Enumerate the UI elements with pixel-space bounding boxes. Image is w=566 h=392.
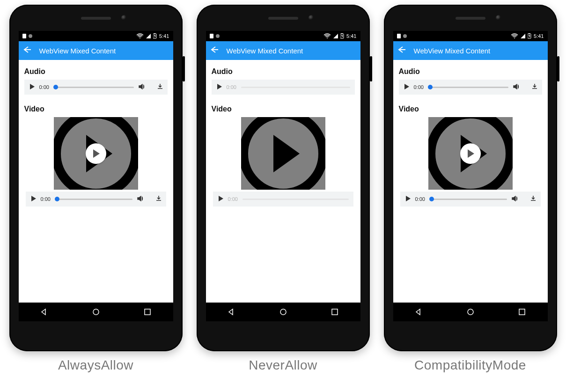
play-icon[interactable] <box>30 196 36 202</box>
download-icon <box>530 196 536 202</box>
video-thumbnail[interactable] <box>428 117 513 190</box>
audio-controls[interactable]: 0:00 <box>399 80 542 95</box>
video-heading: Video <box>212 105 355 113</box>
app-bar: WebView Mixed Content <box>393 41 548 60</box>
cell-signal-icon <box>333 34 338 38</box>
nav-back-button[interactable] <box>41 308 48 316</box>
phone-speaker <box>268 17 298 20</box>
video-play-overlay[interactable] <box>86 143 106 164</box>
cell-signal-icon <box>146 34 151 38</box>
video-progress[interactable] <box>55 199 132 200</box>
back-button[interactable] <box>398 46 406 55</box>
video-heading: Video <box>399 105 542 113</box>
nav-home-button[interactable] <box>92 308 100 316</box>
play-icon[interactable] <box>29 84 35 90</box>
app-title: WebView Mixed Content <box>39 47 116 55</box>
wifi-icon <box>323 33 331 39</box>
phone-always: 5:41 WebView Mixed Content Audio 0:00 Vi… <box>9 5 183 351</box>
download-icon <box>157 84 163 90</box>
play-icon[interactable] <box>405 196 411 202</box>
audio-heading: Audio <box>212 67 355 76</box>
phone-screen: 5:41 WebView Mixed Content Audio 0:00 Vi… <box>393 31 548 321</box>
nav-recent-button[interactable] <box>518 308 526 316</box>
nav-back-button[interactable] <box>415 308 423 316</box>
caption-compat: CompatibilityMode <box>384 358 557 373</box>
video-poster-icon <box>241 117 325 190</box>
play-icon[interactable] <box>404 84 409 90</box>
volume-icon <box>512 196 518 202</box>
android-nav-bar <box>393 303 548 321</box>
download-icon <box>532 84 537 90</box>
status-bar: 5:41 <box>206 31 360 41</box>
video-progress[interactable] <box>430 199 507 200</box>
caption-never: NeverAllow <box>197 358 370 373</box>
video-progress <box>243 199 349 200</box>
phone-screen: 5:41 WebView Mixed Content Audio 0:00 Vi… <box>19 31 173 321</box>
audio-controls[interactable]: 0:00 <box>24 80 168 95</box>
battery-icon <box>153 33 157 39</box>
wifi-icon <box>511 33 518 39</box>
phone-camera <box>121 15 127 21</box>
phone-camera <box>309 15 314 21</box>
webview-content: Audio 0:00 Video 0:00 <box>206 60 360 321</box>
audio-controls: 0:00 <box>212 80 355 95</box>
video-controls: 0:00 <box>213 192 353 207</box>
status-bar: 5:41 <box>19 31 173 41</box>
status-bar: 5:41 <box>393 31 548 41</box>
audio-heading: Audio <box>399 67 542 76</box>
status-dot-icon <box>403 34 407 38</box>
volume-icon <box>137 196 144 202</box>
notification-icon <box>210 34 213 38</box>
webview-content: Audio 0:00 Video 0:00 <box>393 60 548 321</box>
audio-time: 0:00 <box>414 84 424 90</box>
play-icon <box>218 196 223 202</box>
nav-back-button[interactable] <box>228 308 235 316</box>
cell-signal-icon <box>521 34 525 38</box>
video-play-overlay[interactable] <box>460 143 481 164</box>
phone-speaker <box>456 17 485 20</box>
video-controls[interactable]: 0:00 <box>26 192 166 207</box>
battery-icon <box>340 33 344 39</box>
phone-speaker <box>81 17 111 20</box>
video-thumbnail[interactable] <box>241 117 325 190</box>
status-time: 5:41 <box>346 33 356 39</box>
app-title: WebView Mixed Content <box>227 47 303 55</box>
audio-time: 0:00 <box>227 84 236 90</box>
audio-time: 0:00 <box>39 84 49 90</box>
notification-icon <box>397 34 401 38</box>
nav-home-button[interactable] <box>467 308 474 316</box>
video-time: 0:00 <box>415 196 425 202</box>
video-time: 0:00 <box>228 196 238 202</box>
status-time: 5:41 <box>534 33 544 39</box>
volume-icon <box>513 84 520 90</box>
video-controls[interactable]: 0:00 <box>400 192 541 207</box>
audio-progress[interactable] <box>428 87 508 88</box>
volume-icon <box>139 84 145 90</box>
back-button[interactable] <box>23 46 32 55</box>
video-heading: Video <box>24 105 168 113</box>
audio-progress <box>241 87 350 88</box>
app-bar: WebView Mixed Content <box>206 41 360 60</box>
video-time: 0:00 <box>41 196 51 202</box>
status-dot-icon <box>29 34 32 38</box>
notification-icon <box>22 34 26 38</box>
caption-always: AlwaysAllow <box>9 358 183 373</box>
nav-recent-button[interactable] <box>144 308 151 316</box>
phone-never: 5:41 WebView Mixed Content Audio 0:00 Vi… <box>197 5 370 351</box>
app-title: WebView Mixed Content <box>414 47 491 55</box>
phone-camera <box>496 15 501 21</box>
wifi-icon <box>136 33 144 39</box>
audio-progress[interactable] <box>54 87 134 88</box>
video-thumbnail[interactable] <box>54 117 138 190</box>
battery-icon <box>528 33 531 39</box>
app-bar: WebView Mixed Content <box>19 41 173 60</box>
nav-recent-button[interactable] <box>331 308 338 316</box>
back-button[interactable] <box>211 46 219 55</box>
android-nav-bar <box>19 303 173 321</box>
android-nav-bar <box>206 303 360 321</box>
phone-compat: 5:41 WebView Mixed Content Audio 0:00 Vi… <box>384 5 557 351</box>
download-icon <box>156 196 162 202</box>
play-icon <box>216 84 222 90</box>
status-time: 5:41 <box>159 33 169 39</box>
nav-home-button[interactable] <box>279 308 287 316</box>
